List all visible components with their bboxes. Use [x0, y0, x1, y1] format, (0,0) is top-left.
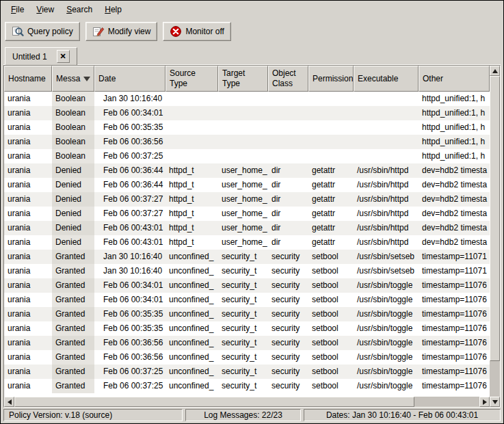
- table-cell: Jan 30 10:16:40: [94, 92, 165, 106]
- table-cell: Feb 06 00:36:56: [94, 336, 165, 350]
- table-row[interactable]: uraniaGrantedFeb 06 00:37:25unconfined_s…: [4, 365, 490, 379]
- table-cell: security: [268, 321, 308, 336]
- table-cell: /usr/sbin/setseb: [354, 250, 419, 264]
- table-row[interactable]: uraniaDeniedFeb 06 00:43:01httpd_tuser_h…: [4, 221, 490, 235]
- table-row[interactable]: uraniaGrantedFeb 06 00:36:56unconfined_s…: [4, 336, 490, 350]
- table-cell: /usr/sbin/toggle: [354, 321, 419, 336]
- table-cell: setbool: [308, 379, 354, 393]
- table-cell: Granted: [52, 307, 94, 321]
- menubar: FileViewSearchHelp: [1, 1, 503, 18]
- table-row[interactable]: uraniaGrantedJan 30 10:16:40unconfined_s…: [4, 250, 490, 264]
- scroll-down-button[interactable]: [490, 397, 500, 407]
- table-row[interactable]: uraniaGrantedFeb 06 00:35:35unconfined_s…: [4, 321, 490, 336]
- menu-view[interactable]: View: [30, 2, 60, 17]
- vertical-scroll-thumb[interactable]: [490, 76, 500, 361]
- table-row[interactable]: uraniaGrantedFeb 06 00:35:35unconfined_s…: [4, 307, 490, 321]
- column-header-executable[interactable]: Executable: [354, 66, 419, 92]
- table-row[interactable]: uraniaBooleanJan 30 10:16:40httpd_unifie…: [4, 92, 490, 106]
- table-row[interactable]: uraniaDeniedFeb 06 00:37:27httpd_tuser_h…: [4, 192, 490, 207]
- table-cell: user_home_: [218, 235, 268, 250]
- table-row[interactable]: uraniaDeniedFeb 06 00:43:01httpd_tuser_h…: [4, 235, 490, 250]
- table-cell: timestamp=11076: [419, 293, 490, 307]
- horizontal-scrollbar[interactable]: [4, 397, 490, 407]
- table-cell: urania: [4, 163, 52, 178]
- vertical-scrollbar[interactable]: [490, 66, 500, 407]
- tab-close-button[interactable]: ✕: [57, 50, 70, 63]
- column-header-date[interactable]: Date: [94, 66, 165, 92]
- table-cell: setbool: [308, 264, 354, 278]
- table-row[interactable]: uraniaGrantedFeb 06 00:36:56unconfined_s…: [4, 350, 490, 365]
- monitor-off-button[interactable]: Monitor off: [163, 22, 230, 41]
- menu-help[interactable]: Help: [98, 2, 128, 17]
- table-cell: urania: [4, 135, 52, 149]
- monitor-off-label: Monitor off: [185, 27, 224, 36]
- table-row[interactable]: uraniaGrantedFeb 06 00:37:25unconfined_s…: [4, 379, 490, 393]
- table-cell: /usr/sbin/toggle: [354, 379, 419, 393]
- table-row[interactable]: uraniaGrantedFeb 06 00:34:01unconfined_s…: [4, 293, 490, 307]
- table-cell: timestamp=11071: [419, 250, 490, 264]
- table-header: HostnameMessaDateSource TypeTarget TypeO…: [4, 66, 490, 92]
- menu-search[interactable]: Search: [60, 2, 98, 17]
- table-cell: security_t: [218, 307, 268, 321]
- table-row[interactable]: uraniaGrantedFeb 06 00:34:01unconfined_s…: [4, 278, 490, 293]
- table-cell: unconfined_: [165, 336, 218, 350]
- table-row[interactable]: uraniaGrantedJan 30 10:16:40unconfined_s…: [4, 264, 490, 278]
- table-cell: Denied: [52, 163, 94, 178]
- policy-version-status: Policy Version: v.18 (source): [3, 409, 183, 421]
- table-cell: timestamp=11076: [419, 307, 490, 321]
- table-cell: [308, 120, 354, 135]
- table-cell: setbool: [308, 365, 354, 379]
- vertical-scroll-track[interactable]: [490, 76, 500, 397]
- table-cell: Granted: [52, 264, 94, 278]
- column-header-source-type[interactable]: Source Type: [165, 66, 218, 92]
- column-header-target-type[interactable]: Target Type: [218, 66, 268, 92]
- column-header-messa[interactable]: Messa: [52, 66, 94, 92]
- column-header-object-class[interactable]: Object Class: [268, 66, 308, 92]
- table-cell: urania: [4, 192, 52, 207]
- table-cell: setbool: [308, 336, 354, 350]
- modify-view-icon: [92, 25, 105, 38]
- dates-status: Dates: Jan 30 10:16:40 - Feb 06 00:43:01: [304, 409, 501, 421]
- table-cell: security_t: [218, 365, 268, 379]
- table-cell: dev=hdb2 timesta: [419, 192, 490, 207]
- table-cell: [268, 92, 308, 106]
- table-cell: Denied: [52, 207, 94, 221]
- table-cell: [354, 120, 419, 135]
- menu-file[interactable]: File: [5, 2, 30, 17]
- table-cell: httpd_t: [165, 178, 218, 192]
- table-row[interactable]: uraniaBooleanFeb 06 00:34:01httpd_unifie…: [4, 106, 490, 120]
- modify-view-button[interactable]: Modify view: [85, 22, 158, 41]
- table-cell: [268, 106, 308, 120]
- table-row[interactable]: uraniaBooleanFeb 06 00:36:56httpd_unifie…: [4, 135, 490, 149]
- table-cell: setbool: [308, 278, 354, 293]
- scroll-left-button[interactable]: [4, 397, 14, 407]
- table-row[interactable]: uraniaDeniedFeb 06 00:37:27httpd_tuser_h…: [4, 207, 490, 221]
- table-cell: urania: [4, 178, 52, 192]
- table-cell: getattr: [308, 235, 354, 250]
- table-cell: unconfined_: [165, 365, 218, 379]
- table-cell: [308, 135, 354, 149]
- table-cell: Granted: [52, 293, 94, 307]
- table-cell: dev=hdb2 timesta: [419, 178, 490, 192]
- table-cell: /usr/sbin/toggle: [354, 350, 419, 365]
- query-policy-button[interactable]: Query policy: [5, 22, 80, 41]
- column-header-permission[interactable]: Permission: [308, 66, 354, 92]
- table-cell: [165, 106, 218, 120]
- table-row[interactable]: uraniaBooleanFeb 06 00:35:35httpd_unifie…: [4, 120, 490, 135]
- table-cell: [268, 135, 308, 149]
- table-row[interactable]: uraniaDeniedFeb 06 00:36:44httpd_tuser_h…: [4, 163, 490, 178]
- tab-untitled-1[interactable]: Untitled 1 ✕: [5, 47, 77, 65]
- table-cell: Boolean: [52, 92, 94, 106]
- horizontal-scroll-thumb[interactable]: [14, 397, 414, 407]
- scroll-right-button[interactable]: [479, 397, 490, 407]
- scroll-up-button[interactable]: [490, 66, 500, 76]
- column-header-other[interactable]: Other: [419, 66, 490, 92]
- table-row[interactable]: uraniaBooleanFeb 06 00:37:25httpd_unifie…: [4, 149, 490, 163]
- column-header-hostname[interactable]: Hostname: [4, 66, 52, 92]
- table-row[interactable]: uraniaDeniedFeb 06 00:36:44httpd_tuser_h…: [4, 178, 490, 192]
- table-cell: httpd_unified:1, h: [419, 120, 490, 135]
- horizontal-scroll-track[interactable]: [14, 397, 479, 407]
- table-cell: Granted: [52, 278, 94, 293]
- table-cell: /usr/sbin/httpd: [354, 178, 419, 192]
- table-cell: Feb 06 00:37:25: [94, 149, 165, 163]
